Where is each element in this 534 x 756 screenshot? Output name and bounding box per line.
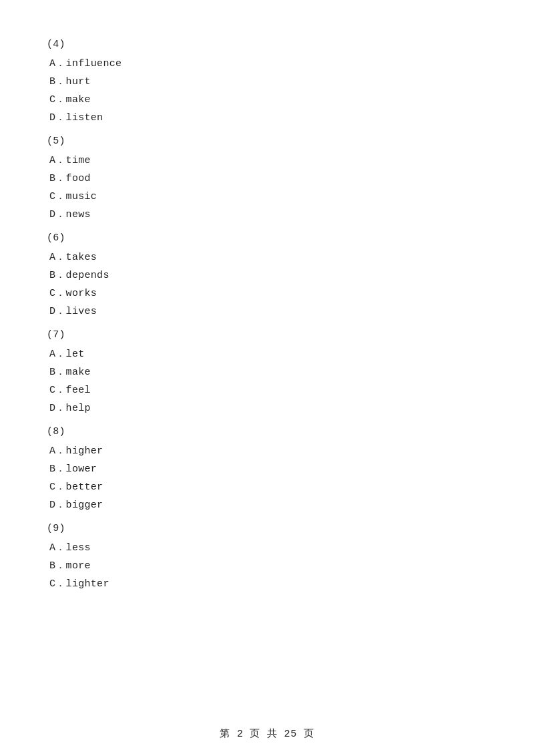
- option-q7-2: C．feel: [47, 383, 487, 396]
- option-q7-0: A．let: [47, 347, 487, 360]
- footer-text: 第 2 页 共 25 页: [220, 729, 314, 740]
- option-q7-3: D．help: [47, 401, 487, 414]
- option-q6-2: C．works: [47, 287, 487, 299]
- option-q8-1: B．lower: [47, 462, 487, 475]
- question-number-7: (7): [47, 329, 487, 341]
- option-q5-1: B．food: [47, 172, 487, 184]
- option-q9-2: C．lighter: [47, 577, 487, 590]
- option-q7-1: B．make: [47, 365, 487, 378]
- option-q4-0: A．influence: [47, 57, 487, 69]
- option-q6-0: A．takes: [47, 250, 487, 263]
- option-q5-0: A．time: [47, 154, 487, 166]
- question-number-8: (8): [47, 426, 487, 437]
- option-q8-2: C．better: [47, 480, 487, 493]
- question-number-5: (5): [47, 136, 487, 147]
- option-q5-3: D．news: [47, 208, 487, 220]
- page-footer: 第 2 页 共 25 页: [0, 727, 534, 740]
- option-q4-2: C．make: [47, 93, 487, 106]
- option-q6-3: D．lives: [47, 305, 487, 317]
- option-q9-0: A．less: [47, 541, 487, 554]
- question-number-4: (4): [47, 39, 487, 50]
- option-q4-1: B．hurt: [47, 75, 487, 87]
- option-q6-1: B．depends: [47, 268, 487, 281]
- question-number-6: (6): [47, 232, 487, 244]
- option-q9-1: B．more: [47, 559, 487, 572]
- option-q5-2: C．music: [47, 190, 487, 202]
- option-q8-3: D．bigger: [47, 498, 487, 511]
- option-q8-0: A．higher: [47, 444, 487, 457]
- page-content: (4)A．influenceB．hurtC．makeD．listen(5)A．t…: [0, 0, 534, 635]
- question-number-9: (9): [47, 523, 487, 534]
- option-q4-3: D．listen: [47, 111, 487, 124]
